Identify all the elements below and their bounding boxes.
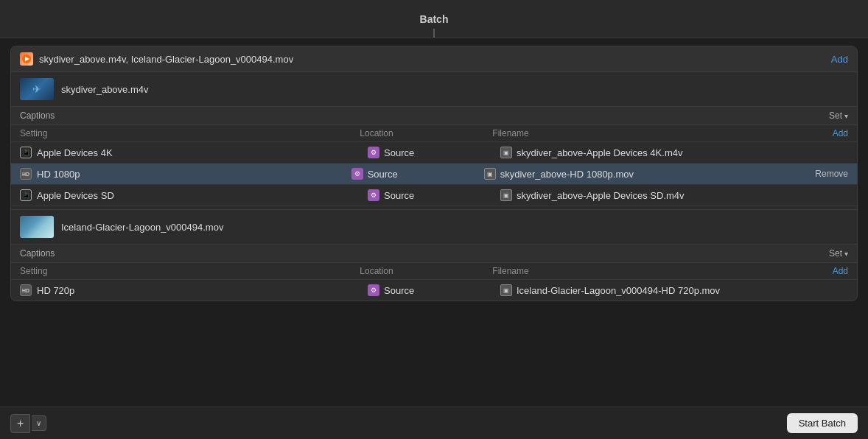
cell-filename-1-1: ▣ skydiver_above-HD 1080p.mov	[484, 168, 816, 180]
bottom-bar: + ∨ Start Batch	[0, 407, 868, 439]
filename-text-1-1: skydiver_above-HD 1080p.mov	[500, 169, 634, 180]
location-text-2-0: Source	[384, 285, 414, 296]
location-icon-1-0: ⚙	[368, 147, 379, 158]
captions-label-1: Captions	[20, 110, 55, 121]
cell-location-2-0: ⚙ Source	[368, 284, 500, 296]
cell-setting-1-1: HD HD 1080p	[20, 168, 351, 180]
file2-thumbnail	[20, 216, 54, 238]
table-row-1-2[interactable]: 📱 Apple Devices SD ⚙ Source ▣ skydiver_a…	[11, 185, 857, 206]
file1-row: skydiver_above.m4v	[11, 72, 857, 106]
setting-text-1-1: HD 1080p	[37, 169, 80, 180]
filename-icon-1-2: ▣	[500, 189, 512, 201]
batch-group-header-left: skydiver_above.m4v, Iceland-Glacier-Lago…	[20, 52, 293, 66]
cell-location-1-0: ⚙ Source	[368, 147, 500, 158]
set-button-1[interactable]: Set ▾	[829, 110, 848, 121]
cell-setting-2-0: HD HD 720p	[20, 284, 368, 296]
col-setting-2: Setting	[20, 266, 360, 276]
window: Batch skydiver_above.m4v, Iceland-Glacie…	[0, 0, 868, 439]
filename-icon-1-1: ▣	[484, 168, 496, 180]
hd-icon-1-1: HD	[20, 168, 32, 180]
cell-location-1-2: ⚙ Source	[368, 189, 500, 201]
cell-filename-2-0: ▣ Iceland-Glacier-Lagoon_v000494-HD 720p…	[500, 284, 848, 296]
table-row-2-0[interactable]: HD HD 720p ⚙ Source ▣ Iceland-Glacier-La…	[11, 280, 857, 301]
main-content: skydiver_above.m4v, Iceland-Glacier-Lago…	[0, 38, 868, 407]
window-title: Batch	[420, 13, 449, 25]
location-icon-2-0: ⚙	[368, 284, 379, 296]
setting-text-1-0: Apple Devices 4K	[37, 147, 113, 158]
set-label-1: Set	[829, 110, 842, 121]
add-button-group: + ∨	[10, 414, 46, 433]
file1-name: skydiver_above.m4v	[61, 84, 149, 95]
cell-setting-1-2: 📱 Apple Devices SD	[20, 189, 368, 201]
file1-thumbnail	[20, 78, 54, 100]
title-bar: Batch	[0, 0, 868, 38]
filename-icon-2-0: ▣	[500, 284, 512, 296]
batch-group-title: skydiver_above.m4v, Iceland-Glacier-Lago…	[39, 54, 293, 65]
table-header-1: Setting Location Filename Add	[11, 125, 857, 142]
col-filename-2: Filename	[492, 266, 832, 276]
phone-icon-1-2: 📱	[20, 189, 32, 201]
filename-icon-1-0: ▣	[500, 147, 512, 158]
location-text-1-0: Source	[384, 147, 414, 158]
col-location-1: Location	[360, 128, 492, 138]
col-filename-1: Filename	[492, 128, 832, 138]
set-chevron-2: ▾	[844, 250, 848, 258]
file2-name: Iceland-Glacier-Lagoon_v000494.mov	[61, 222, 223, 233]
location-text-1-2: Source	[384, 190, 414, 201]
cell-filename-1-2: ▣ skydiver_above-Apple Devices SD.m4v	[500, 189, 848, 201]
cell-filename-1-0: ▣ skydiver_above-Apple Devices 4K.m4v	[500, 147, 848, 158]
file2-row: Iceland-Glacier-Lagoon_v000494.mov	[11, 209, 857, 244]
location-icon-1-2: ⚙	[368, 189, 379, 201]
table-row-1-0[interactable]: 📱 Apple Devices 4K ⚙ Source ▣ skydiver_a…	[11, 142, 857, 164]
col-add-1[interactable]: Add	[833, 128, 848, 138]
batch-group-header: skydiver_above.m4v, Iceland-Glacier-Lago…	[11, 46, 857, 72]
table-row-1-1[interactable]: HD HD 1080p ⚙ Source ▣ skydiver_above-HD…	[11, 164, 857, 185]
setting-text-2-0: HD 720p	[37, 285, 74, 296]
filename-text-2-0: Iceland-Glacier-Lagoon_v000494-HD 720p.m…	[517, 285, 720, 296]
add-dropdown-button[interactable]: ∨	[32, 415, 46, 431]
batch-group-icon	[20, 52, 33, 66]
cell-location-1-1: ⚙ Source	[351, 168, 484, 180]
cell-setting-1-0: 📱 Apple Devices 4K	[20, 147, 368, 158]
col-location-2: Location	[360, 266, 492, 276]
filename-text-1-2: skydiver_above-Apple Devices SD.m4v	[517, 190, 685, 201]
captions-bar-2: Captions Set ▾	[11, 244, 857, 263]
batch-group-add-button[interactable]: Add	[831, 54, 848, 65]
remove-button-1-1[interactable]: Remove	[815, 169, 848, 179]
col-add-2[interactable]: Add	[833, 266, 848, 276]
add-plus-button[interactable]: +	[10, 414, 30, 433]
batch-group: skydiver_above.m4v, Iceland-Glacier-Lago…	[10, 46, 858, 301]
setting-text-1-2: Apple Devices SD	[37, 190, 114, 201]
set-button-2[interactable]: Set ▾	[829, 248, 848, 259]
location-text-1-1: Source	[368, 169, 398, 180]
table-header-2: Setting Location Filename Add	[11, 263, 857, 280]
col-setting-1: Setting	[20, 128, 360, 138]
hd-icon-2-0: HD	[20, 284, 32, 296]
set-chevron-1: ▾	[844, 112, 848, 120]
set-label-2: Set	[829, 248, 842, 259]
start-batch-button[interactable]: Start Batch	[787, 413, 858, 433]
phone-icon-1-0: 📱	[20, 147, 32, 158]
captions-label-2: Captions	[20, 248, 55, 259]
filename-text-1-0: skydiver_above-Apple Devices 4K.m4v	[517, 147, 682, 158]
captions-bar-1: Captions Set ▾	[11, 106, 857, 125]
location-icon-1-1: ⚙	[351, 168, 363, 180]
